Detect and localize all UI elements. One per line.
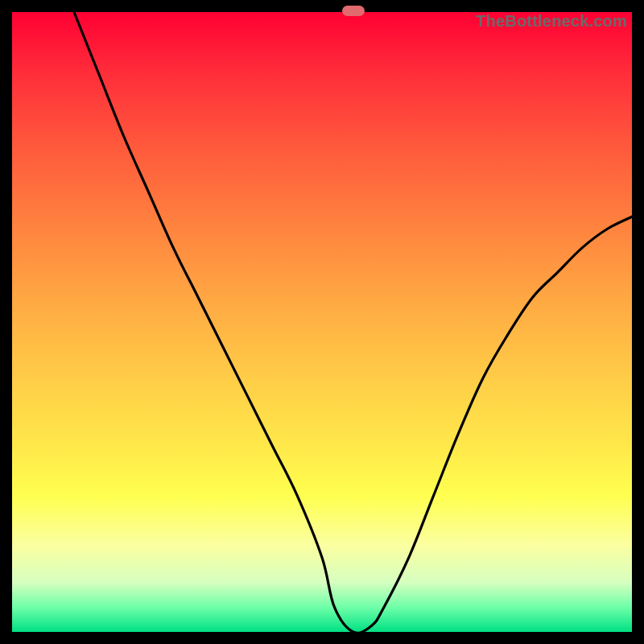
bottleneck-curve xyxy=(12,12,632,632)
optimal-marker xyxy=(342,6,365,16)
plot-area: TheBottleneck.com xyxy=(12,12,632,632)
curve-path xyxy=(74,12,632,632)
chart-frame: TheBottleneck.com xyxy=(0,0,644,644)
